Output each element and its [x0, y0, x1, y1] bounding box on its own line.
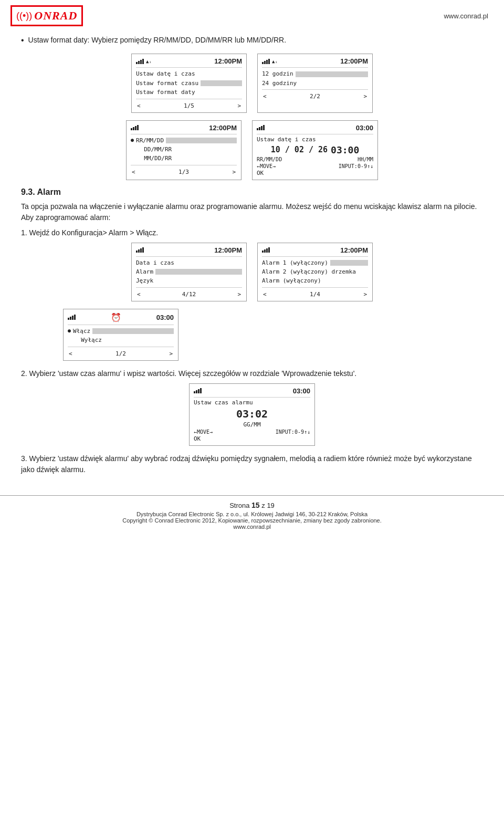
screen-header: 12:00PM [262, 246, 368, 254]
signal-bar2 [138, 61, 140, 64]
menu-item-1: Ustaw datę i czas [136, 69, 242, 78]
screen-time: 12:00PM [340, 246, 368, 254]
alarm-screens-row1: 12:00PM Data i czas Alarm Język < 4/12 > [21, 243, 483, 301]
move-control[interactable]: ←MOVE→ [194, 429, 213, 435]
signal-bar3 [140, 60, 142, 64]
signal-icon [194, 388, 202, 393]
nav-page: 1/2 [116, 350, 126, 357]
label-rr-mm-dd: RR/MM/DD [136, 137, 164, 144]
highlight-bar [330, 260, 368, 266]
alarm-step1: 1. Wejdź do Konfiguracja> Alarm > Włącz. [21, 227, 483, 238]
signal-bar2 [264, 61, 266, 64]
nav-right[interactable]: > [232, 169, 236, 175]
signal-icon [262, 247, 270, 253]
separator2 [262, 89, 368, 90]
page-header: ((•)) ONRAD www.conrad.pl [0, 0, 504, 29]
menu-item-jezyk: Język [136, 276, 242, 285]
signal-bar4 [142, 59, 144, 64]
screen-nav: < 1/4 > [262, 291, 368, 298]
menu-item-12h: 12 godzin [262, 69, 368, 78]
footer-company: Dystrybucja Conrad Electronic Sp. z o.o.… [10, 511, 494, 517]
nav-left[interactable]: < [263, 93, 267, 100]
main-content: • Ustaw format daty: Wybierz pomiędzy RR… [0, 29, 504, 485]
ok-label[interactable]: OK [257, 170, 373, 176]
screen-time: 12:00PM [209, 124, 237, 132]
signal-bar4 [268, 59, 270, 64]
label-12h: 12 godzin [262, 70, 293, 78]
menu-alarm2: Alarm 2 (wyłączony) drzemka [262, 267, 368, 276]
signal-icon [131, 125, 139, 130]
signal-bars [68, 315, 76, 320]
ok-label[interactable]: OK [194, 435, 310, 442]
nav-right[interactable]: > [237, 291, 241, 298]
sub-label-date-format: RR/MM/DD [257, 156, 282, 162]
logo-area: ((•)) ONRAD [10, 5, 83, 26]
label-mm-dd-rr: MM/DD/RR [144, 154, 172, 162]
label-wlacz: Włącz [73, 327, 90, 335]
signal-bar3 [266, 60, 268, 64]
separator2 [136, 287, 242, 288]
signal-bar4 [137, 125, 139, 130]
header-website: www.conrad.pl [444, 12, 488, 20]
alarm-time-title: Ustaw czas alarmu [194, 399, 310, 406]
screen-time: 12:00PM [214, 57, 242, 65]
signal-bar1 [131, 128, 132, 130]
alarm-clock-icon: ⏰ [111, 312, 121, 322]
nav-page: 4/12 [182, 291, 196, 298]
screens-row1: ▲ᵢ 12:00PM Ustaw datę i czas Ustaw forma… [21, 54, 483, 112]
signal-bar2 [264, 249, 266, 253]
nav-left[interactable]: < [69, 350, 72, 357]
label-jezyk: Język [136, 277, 153, 285]
signal-icon [257, 125, 265, 130]
menu-alarm1: Alarm 1 (wyłączony) [262, 258, 368, 267]
nav-right[interactable]: > [237, 102, 241, 109]
move-control[interactable]: ←MOVE→ [257, 163, 276, 169]
menu-label-2: Ustaw format czasu [136, 79, 198, 87]
selected-bullet: ● [131, 137, 134, 144]
nav-right[interactable]: > [169, 350, 173, 357]
signal-bar4 [268, 247, 270, 253]
alarm-time-format: GG/MM [194, 421, 310, 428]
page-number: Strona 15 z 19 [10, 501, 494, 509]
screen-time: 03:00 [156, 314, 174, 321]
step3-text: 3. Wybierz 'ustaw dźwięk alarmu' aby wyb… [21, 453, 483, 475]
nav-left[interactable]: < [137, 102, 141, 109]
screen-nav: < 4/12 > [136, 291, 242, 298]
signal-bar2 [70, 317, 71, 320]
screen-alarm-time: 03:00 Ustaw czas alarmu 03:02 GG/MM ←MOV… [189, 383, 315, 446]
signal-bar2 [133, 127, 134, 130]
indent-space2 [131, 154, 138, 162]
signal-bar2 [259, 127, 260, 130]
footer: Strona 15 z 19 Dystrybucja Conrad Electr… [0, 495, 504, 534]
screen-time: 03:00 [293, 387, 310, 395]
separator2 [262, 287, 368, 288]
signal-bar3 [140, 248, 142, 253]
signal-bar1 [136, 62, 138, 64]
menu-item-3: Ustaw format daty [136, 88, 242, 97]
menu-item-dd-mm-rr: DD/MM/RR [131, 145, 237, 154]
separator2 [136, 99, 242, 99]
nav-left[interactable]: < [132, 169, 135, 175]
signal-bars [257, 125, 265, 130]
nav-right[interactable]: > [363, 93, 367, 100]
separator [262, 67, 368, 68]
highlight-bar [166, 138, 237, 143]
bullet-intro: • Ustaw format daty: Wybierz pomiędzy RR… [21, 35, 483, 46]
signal-bar1 [194, 391, 195, 393]
step2-text: 2. Wybierz 'ustaw czas alarmu' i wpisz w… [21, 368, 483, 379]
signal-bars [136, 59, 144, 64]
label-data-czas: Data i czas [136, 259, 174, 267]
nav-left[interactable]: < [137, 291, 141, 298]
nav-left[interactable]: < [263, 291, 267, 298]
signal-bars [136, 247, 144, 253]
bullet-text: Ustaw format daty: Wybierz pomiędzy RR/M… [28, 35, 287, 46]
label-dd-mm-rr: DD/MM/RR [144, 145, 172, 153]
separator [131, 134, 237, 134]
nav-right[interactable]: > [363, 291, 367, 298]
nav-page: 1/3 [178, 169, 189, 175]
signal-bar1 [136, 250, 138, 253]
screen-header: ⏰ 03:00 [68, 312, 174, 322]
separator [257, 134, 373, 134]
label-wylacz: Wyłącz [81, 336, 102, 344]
screen-date-format-select: 12:00PM ● RR/MM/DD DD/MM/RR MM/DD/RR < 1… [126, 120, 242, 180]
